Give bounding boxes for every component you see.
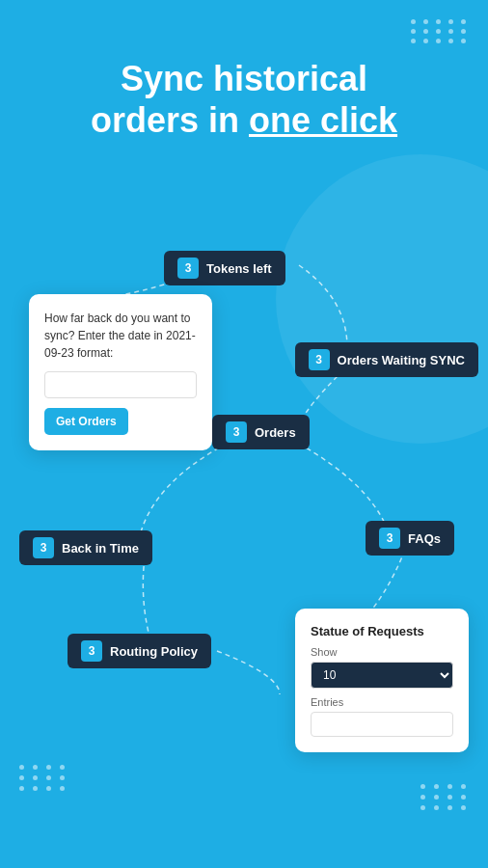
badge-orders-label: Orders (255, 425, 296, 440)
badge-orders-waiting: 3 Orders Waiting SYNC (295, 342, 478, 377)
badge-tokens-num: 3 (177, 258, 199, 279)
badge-back-in-time-num: 3 (33, 537, 54, 558)
circle-watermark (276, 154, 488, 444)
badge-back-in-time-label: Back in Time (62, 541, 139, 556)
card-status: Statue of Requests Show 10 25 50 100 Ent… (295, 609, 469, 752)
get-orders-button[interactable]: Get Orders (44, 408, 128, 435)
badge-faqs-label: FAQs (408, 531, 441, 546)
hero-title-highlight: one click (249, 100, 397, 140)
badge-back-in-time: 3 Back in Time (19, 530, 152, 565)
hero-title-line1: Sync historical (121, 59, 367, 98)
status-card-title: Statue of Requests (311, 624, 453, 638)
sync-date-input[interactable] (44, 371, 197, 398)
hero-title-line2: orders in (91, 100, 249, 140)
badge-routing-num: 3 (81, 640, 102, 662)
badge-orders-num: 3 (226, 421, 247, 443)
decorative-dots-top-right (411, 19, 469, 43)
entries-box (311, 712, 453, 737)
show-select[interactable]: 10 25 50 100 (311, 662, 453, 689)
entries-label: Entries (311, 696, 453, 708)
badge-faqs: 3 FAQs (366, 521, 454, 556)
badge-routing-label: Routing Policy (110, 644, 198, 659)
decorative-dots-bottom-right (420, 784, 469, 810)
badge-routing-policy: 3 Routing Policy (68, 634, 211, 668)
badge-orders-waiting-num: 3 (309, 349, 330, 370)
badge-tokens-label: Tokens left (206, 261, 272, 276)
badge-orders: 3 Orders (212, 415, 310, 449)
badge-faqs-num: 3 (379, 528, 400, 549)
badge-orders-waiting-label: Orders Waiting SYNC (338, 353, 465, 367)
hero-title: Sync historical orders in one click (0, 58, 488, 141)
badge-tokens: 3 Tokens left (164, 251, 285, 285)
show-label: Show (311, 646, 453, 658)
card-sync: How far back do you want to sync? Enter … (29, 294, 212, 450)
decorative-dots-bottom-left (19, 765, 68, 791)
sync-description: How far back do you want to sync? Enter … (44, 310, 197, 362)
